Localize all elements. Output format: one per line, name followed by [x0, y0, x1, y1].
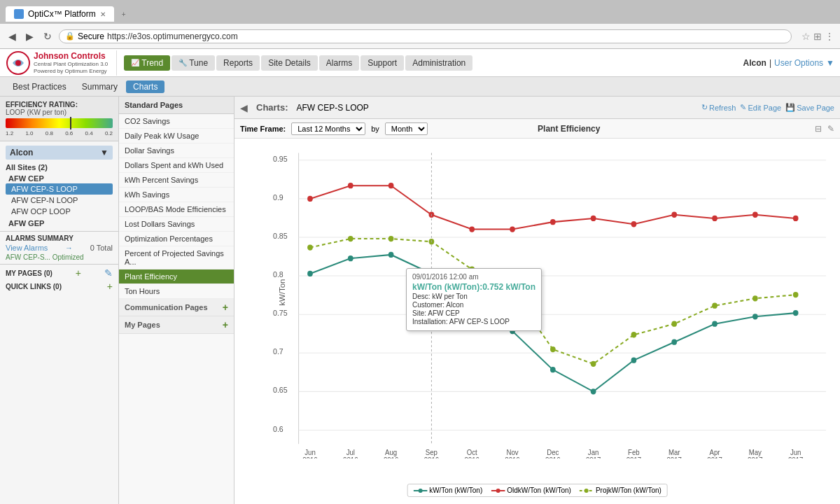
- center-opt-percentages[interactable]: Optimization Percentages: [119, 232, 234, 246]
- secure-icon: 🔒: [65, 31, 75, 41]
- center-percent-projected[interactable]: Percent of Projected Savings A...: [119, 246, 234, 270]
- svg-text:0.7: 0.7: [273, 347, 284, 356]
- edit-my-pages-btn[interactable]: ✎: [104, 267, 113, 279]
- chart-name: AFW CEP-S LOOP: [297, 103, 369, 113]
- efficiency-scale: 1.21.00.80.60.40.2: [6, 130, 113, 136]
- daily-peak-label: Daily Peak kW Usage: [125, 132, 199, 140]
- svg-text:2017: 2017: [586, 456, 601, 458]
- reload-btn[interactable]: ↻: [41, 29, 55, 43]
- refresh-btn[interactable]: ↻ Refresh: [701, 103, 736, 112]
- logo-subtitle: Central Plant Optimization 3.0Powered by…: [34, 61, 108, 74]
- svg-text:Mar: Mar: [668, 448, 680, 456]
- center-plant-efficiency[interactable]: Plant Efficiency: [119, 270, 234, 284]
- trend-nav-btn[interactable]: 📈 Trend: [124, 55, 170, 71]
- forward-nav-btn[interactable]: ▶: [23, 29, 36, 43]
- svg-point-78: [550, 367, 556, 372]
- my-pages-section: MY PAGES (0) + ✎ QUICK LINKS (0) +: [0, 264, 118, 295]
- best-practices-btn[interactable]: Best Practices: [6, 80, 74, 93]
- center-kwh-percent[interactable]: kWh Percent Savings: [119, 173, 234, 188]
- user-options-chevron[interactable]: ▼: [826, 58, 834, 68]
- legend-kw-ton: kW/Ton (kW/Ton): [413, 486, 482, 494]
- ton-hours-label: Ton Hours: [125, 287, 160, 295]
- center-ton-hours[interactable]: Ton Hours: [119, 284, 234, 299]
- efficiency-subtitle: LOOP (KW per ton): [6, 108, 113, 116]
- account-chevron: ▼: [100, 148, 108, 158]
- summary-btn[interactable]: Summary: [75, 80, 125, 93]
- best-practices-label: Best Practices: [13, 82, 66, 92]
- afw-cep-s-label: AFW CEP-S LOOP: [11, 185, 78, 193]
- charts-btn[interactable]: Charts: [126, 80, 164, 93]
- tune-nav-btn[interactable]: 🔧 Tune: [172, 55, 215, 71]
- administration-nav-btn[interactable]: Administration: [405, 55, 472, 71]
- menu-icon[interactable]: ⋮: [825, 31, 834, 42]
- bookmark-icon[interactable]: ☆: [802, 31, 811, 42]
- user-options-btn[interactable]: User Options: [774, 58, 823, 68]
- standard-pages-header: Standard Pages: [119, 97, 234, 114]
- add-my-pages-btn[interactable]: +: [76, 267, 81, 279]
- extensions-icon[interactable]: ⊞: [813, 31, 822, 42]
- svg-point-48: [388, 183, 394, 188]
- svg-text:Jun: Jun: [790, 448, 802, 456]
- legend-kw-ton-label: kW/Ton (kW/Ton): [429, 486, 482, 494]
- svg-text:0.9: 0.9: [273, 193, 284, 202]
- center-loop-bas[interactable]: LOOP/BAS Mode Efficiencies: [119, 202, 234, 217]
- svg-text:2017: 2017: [788, 456, 804, 458]
- timeframe-select[interactable]: Last 12 Months: [291, 122, 365, 135]
- account-dropdown[interactable]: Alcon ▼: [6, 146, 113, 160]
- svg-point-58: [793, 216, 799, 221]
- efficiency-bar: [6, 118, 113, 128]
- trend-icon: 📈: [131, 59, 139, 66]
- edit-page-btn[interactable]: ✎ Edit Page: [740, 103, 781, 112]
- svg-point-50: [469, 226, 475, 232]
- alarms-nav-btn[interactable]: Alarms: [319, 55, 359, 71]
- center-daily-peak[interactable]: Daily Peak kW Usage: [119, 129, 234, 144]
- address-url[interactable]: https://e3os.optimumenergyco.com: [107, 31, 238, 41]
- chart-back-btn[interactable]: ◀: [240, 102, 248, 113]
- svg-text:Jan: Jan: [588, 448, 599, 456]
- add-comm-pages-btn[interactable]: +: [223, 302, 228, 313]
- sub-nav: Best Practices Summary Charts: [0, 77, 840, 97]
- by-select[interactable]: Month: [385, 122, 428, 135]
- add-quick-links-btn[interactable]: +: [107, 281, 113, 292]
- view-alarms-link[interactable]: View Alarms: [6, 244, 48, 252]
- sidebar-afw-cep-n-loop[interactable]: AFW CEP-N LOOP: [6, 195, 113, 206]
- account-section: Alcon ▼ All Sites (2) AFW CEP AFW CEP-S …: [0, 141, 118, 231]
- svg-text:Apr: Apr: [710, 448, 721, 456]
- user-area: Alcon | User Options ▼: [743, 58, 834, 68]
- svg-point-80: [631, 358, 637, 363]
- by-label: by: [371, 125, 379, 133]
- center-co2-savings[interactable]: CO2 Savings: [119, 114, 234, 129]
- support-label: Support: [368, 58, 397, 68]
- edit-chart-icon[interactable]: ✎: [827, 124, 834, 134]
- svg-point-76: [469, 303, 475, 309]
- user-name: Alcon: [743, 58, 766, 68]
- svg-point-61: [388, 236, 394, 241]
- svg-point-63: [469, 267, 475, 272]
- center-lost-dollars[interactable]: Lost Dollars Savings: [119, 217, 234, 232]
- tab-close-btn[interactable]: ✕: [100, 10, 106, 18]
- charts-breadcrumb: Charts:: [256, 102, 288, 113]
- svg-text:2017: 2017: [626, 456, 642, 458]
- svg-point-89: [496, 489, 500, 493]
- center-kwh-savings[interactable]: kWh Savings: [119, 188, 234, 202]
- new-tab-btn[interactable]: +: [117, 7, 131, 21]
- svg-text:0.95: 0.95: [273, 154, 288, 162]
- save-page-btn[interactable]: 💾 Save Page: [785, 103, 834, 112]
- support-nav-btn[interactable]: Support: [360, 55, 404, 71]
- reports-nav-btn[interactable]: Reports: [216, 55, 260, 71]
- add-my-pages-center-btn[interactable]: +: [223, 319, 228, 330]
- chart-controls: Time Frame: Last 12 Months by Month Plan…: [234, 119, 840, 139]
- sidebar-afw-cep-s-loop[interactable]: AFW CEP-S LOOP: [6, 183, 113, 195]
- user-separator: |: [769, 58, 771, 68]
- svg-text:kW/Ton: kW/Ton: [279, 279, 287, 306]
- site-details-nav-btn[interactable]: Site Details: [261, 55, 318, 71]
- timeframe-label: Time Frame:: [240, 125, 286, 133]
- browser-tab[interactable]: OptiCx™ Platform ✕: [6, 6, 114, 22]
- center-dollar-savings[interactable]: Dollar Savings: [119, 144, 234, 158]
- tab-favicon: [14, 9, 24, 19]
- alarms-indicator: →: [65, 244, 73, 252]
- center-dollars-spent[interactable]: Dollars Spent and kWh Used: [119, 158, 234, 173]
- back-nav-btn[interactable]: ◀: [6, 29, 19, 43]
- collapse-icon[interactable]: ⊟: [815, 124, 822, 134]
- sidebar-afw-ocp-loop[interactable]: AFW OCP LOOP: [6, 206, 113, 217]
